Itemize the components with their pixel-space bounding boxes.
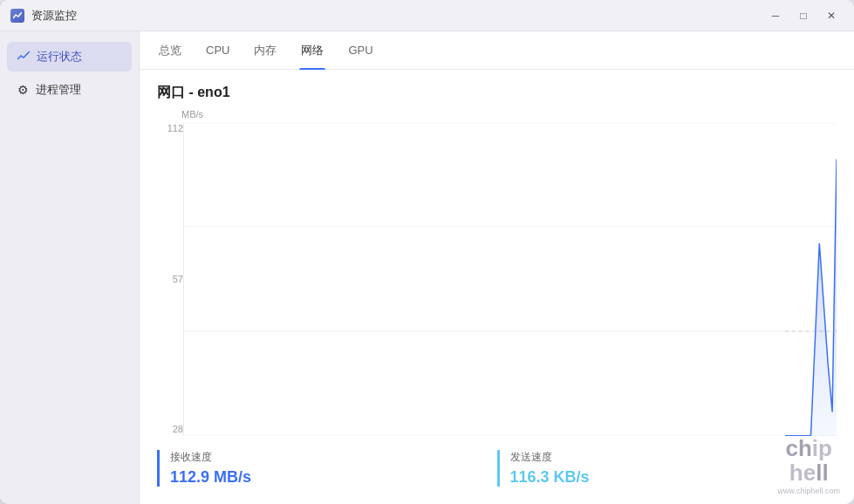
- main-content: 总览 CPU 内存 网络 GPU 网口 - eno1 MB/s: [140, 31, 854, 504]
- content-area: 运行状态 ⚙ 进程管理 总览 CPU 内存 网络: [0, 31, 854, 504]
- y-axis: 112 57 28: [157, 123, 183, 436]
- app-window: 资源监控 ─ □ ✕ 运行状态 ⚙ 进程管理: [0, 0, 854, 504]
- stats-row: 接收速度 112.9 MB/s 发送速度 116.3 KB/s chip hel…: [140, 436, 854, 504]
- minimize-button[interactable]: ─: [763, 7, 788, 24]
- runtime-icon: [17, 50, 30, 65]
- chart-svg: [183, 123, 837, 436]
- app-title: 资源监控: [31, 8, 763, 24]
- window-controls: ─ □ ✕: [763, 7, 844, 24]
- chart-title: 网口 - eno1: [157, 84, 837, 102]
- chart-container: 112 57 28: [157, 123, 837, 436]
- receive-label: 接收速度: [170, 450, 497, 465]
- app-icon: [10, 9, 24, 23]
- chiphell-logo-area: chip hell www.chiphell.com: [777, 437, 840, 495]
- tab-gpu[interactable]: GPU: [346, 31, 374, 70]
- y-label-top: 112: [167, 123, 183, 133]
- sidebar-item-process-label: 进程管理: [36, 82, 81, 98]
- chart-unit: MB/s: [181, 109, 837, 119]
- titlebar: 资源监控 ─ □ ✕: [0, 0, 854, 31]
- stat-receive: 接收速度 112.9 MB/s: [157, 450, 497, 487]
- tab-bar: 总览 CPU 内存 网络 GPU: [140, 31, 854, 70]
- close-button[interactable]: ✕: [819, 7, 844, 24]
- chart-area: 网口 - eno1 MB/s 112 57 28: [140, 70, 854, 436]
- sidebar: 运行状态 ⚙ 进程管理: [0, 31, 140, 504]
- sidebar-item-runtime[interactable]: 运行状态: [7, 42, 132, 72]
- tab-cpu[interactable]: CPU: [204, 31, 231, 70]
- tab-overview[interactable]: 总览: [157, 31, 183, 70]
- sidebar-item-runtime-label: 运行状态: [37, 49, 82, 65]
- tab-network[interactable]: 网络: [299, 31, 325, 70]
- process-icon: ⚙: [17, 83, 29, 97]
- maximize-button[interactable]: □: [791, 7, 816, 24]
- svg-marker-4: [785, 159, 837, 436]
- chiphell-logo: chip hell: [777, 437, 840, 485]
- y-label-mid: 57: [173, 274, 183, 284]
- watermark-text: www.chiphell.com: [777, 487, 840, 495]
- y-label-bot: 28: [173, 424, 183, 434]
- tab-memory[interactable]: 内存: [252, 31, 278, 70]
- receive-value: 112.9 MB/s: [170, 468, 497, 487]
- sidebar-item-process[interactable]: ⚙ 进程管理: [7, 75, 132, 105]
